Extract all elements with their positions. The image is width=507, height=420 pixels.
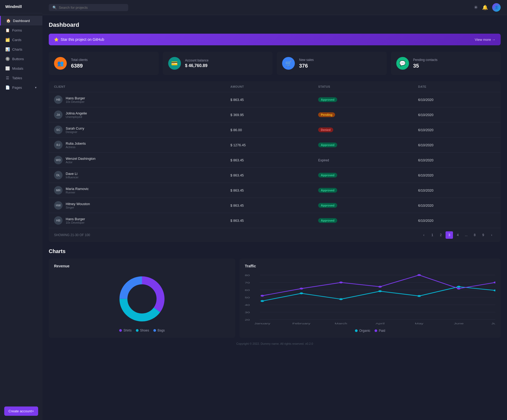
paid-line bbox=[262, 275, 495, 296]
client-info: Wenzel Dashington Actor bbox=[66, 157, 96, 164]
traffic-chart-card: Traffic 80 70 60 bbox=[239, 259, 501, 338]
page-btn-3[interactable]: 3 bbox=[446, 231, 453, 239]
search-input[interactable] bbox=[59, 6, 124, 10]
date-cell: 6/10/2020 bbox=[413, 153, 501, 168]
sidebar-item-charts[interactable]: 📊 Charts bbox=[0, 45, 42, 54]
stat-card-new-sales: 🛒 New sales 376 bbox=[277, 52, 387, 75]
bell-icon[interactable]: 🔔 bbox=[482, 5, 488, 10]
client-cell: SC Sarah Curry Designer bbox=[54, 126, 220, 134]
sidebar-item-tables[interactable]: ☰ Tables bbox=[0, 73, 42, 83]
create-account-label: Create account bbox=[8, 409, 32, 413]
organic-point-3 bbox=[378, 290, 382, 292]
date-cell: 6/10/2020 bbox=[413, 107, 501, 122]
amount-cell: $ 86.00 bbox=[225, 122, 313, 138]
stat-card-account-balance: 💳 Account balance $ 46,760.89 bbox=[163, 52, 273, 75]
sidebar-item-modals[interactable]: ⬜ Modals bbox=[0, 64, 42, 73]
sidebar-label-cards: Cards bbox=[12, 38, 21, 42]
clients-table: CLIENT AMOUNT STATUS DATE HB Hans Burger… bbox=[49, 81, 501, 228]
table-row: DL Dave Li Influencer $ 863.45 Approved … bbox=[49, 168, 501, 183]
search-bar[interactable]: 🔍 bbox=[49, 4, 128, 11]
amount-cell: $ 863.45 bbox=[225, 183, 313, 198]
donut-legend: Shirts Shoes Bags bbox=[119, 329, 165, 332]
client-role: 10x Developer bbox=[66, 221, 85, 224]
svg-text:April: April bbox=[376, 322, 385, 325]
client-info: Maria Ramovic Runner bbox=[66, 187, 89, 194]
revenue-chart-title: Revenue bbox=[54, 264, 230, 268]
banner-action[interactable]: View more → bbox=[475, 38, 495, 42]
star-icon: ⭐ bbox=[54, 37, 59, 42]
stat-card-total-clients: 👥 Total clients 6389 bbox=[49, 52, 159, 75]
amount-cell: $ 1276.45 bbox=[225, 138, 313, 153]
new-sales-value: 376 bbox=[299, 63, 314, 69]
page-btn-1[interactable]: 1 bbox=[429, 231, 436, 239]
traffic-chart-title: Traffic bbox=[245, 264, 495, 268]
donut-chart-container: Shirts Shoes Bags bbox=[54, 272, 230, 332]
header-actions: ✳ 🔔 👤 bbox=[474, 3, 501, 12]
status-badge: Pending bbox=[318, 112, 335, 117]
prev-page-button[interactable]: ‹ bbox=[420, 231, 428, 239]
client-role: Singer bbox=[66, 206, 90, 209]
sidebar-item-cards[interactable]: 🗂️ Cards bbox=[0, 35, 42, 45]
sidebar-item-forms[interactable]: 📋 Forms bbox=[0, 25, 42, 35]
total-clients-icon: 👥 bbox=[54, 57, 67, 70]
paid-label: Paid bbox=[379, 329, 385, 333]
client-name: Hans Burger bbox=[66, 96, 85, 100]
total-clients-value: 6389 bbox=[71, 63, 88, 69]
tables-icon: ☰ bbox=[5, 76, 10, 80]
client-avatar: WD bbox=[54, 156, 63, 164]
charts-title: Charts bbox=[49, 248, 501, 254]
next-page-button[interactable]: › bbox=[488, 231, 495, 239]
date-cell: 6/10/2020 bbox=[413, 122, 501, 138]
client-avatar: DL bbox=[54, 171, 63, 179]
organic-label: Organic bbox=[359, 329, 370, 333]
status-badge: Expired bbox=[318, 158, 329, 162]
client-role: Designer bbox=[66, 130, 84, 134]
pending-contacts-icon: 💬 bbox=[396, 57, 409, 70]
banner-text: Star this project on GitHub bbox=[61, 37, 104, 42]
status-cell: Expired bbox=[313, 153, 413, 168]
client-name: Rulia Joberts bbox=[66, 142, 86, 145]
paid-point-0 bbox=[261, 295, 264, 297]
home-icon: 🏠 bbox=[6, 19, 10, 23]
client-avatar: HW bbox=[54, 201, 63, 210]
buttons-icon: 🔘 bbox=[5, 57, 10, 61]
main-content: 🔍 ✳ 🔔 👤 Dashboard ⭐ Star this project on… bbox=[42, 0, 507, 420]
stat-info-pending-contacts: Pending contacts 35 bbox=[413, 58, 438, 69]
client-role: Runner bbox=[66, 191, 89, 194]
sidebar-label-tables: Tables bbox=[12, 76, 22, 80]
page-btn-2[interactable]: 2 bbox=[437, 231, 444, 239]
date-cell: 6/10/2020 bbox=[413, 213, 501, 228]
page-btn-8[interactable]: 8 bbox=[471, 231, 478, 239]
client-role: Actress bbox=[66, 145, 86, 149]
sidebar-item-pages[interactable]: 📄 Pages ▼ bbox=[0, 83, 42, 92]
page-btn-4[interactable]: 4 bbox=[454, 231, 461, 239]
client-avatar: SC bbox=[54, 126, 63, 134]
svg-text:30: 30 bbox=[245, 311, 250, 314]
client-info: Sarah Curry Designer bbox=[66, 126, 84, 134]
sidebar-label-pages: Pages bbox=[12, 86, 22, 90]
client-cell: RJ Rulia Joberts Actress bbox=[54, 141, 220, 149]
client-cell: JA Jolina Angelie Unemployed bbox=[54, 110, 220, 119]
status-cell: Denied bbox=[313, 122, 413, 138]
avatar[interactable]: 👤 bbox=[492, 3, 501, 12]
amount-cell: $ 863.45 bbox=[225, 198, 313, 213]
table-row: JA Jolina Angelie Unemployed $ 369.95 Pe… bbox=[49, 107, 501, 122]
sun-icon[interactable]: ✳ bbox=[474, 5, 478, 10]
account-balance-label: Account balance bbox=[185, 59, 209, 62]
account-balance-icon: 💳 bbox=[168, 57, 181, 70]
col-amount: AMOUNT bbox=[225, 81, 313, 92]
client-name: Hans Burger bbox=[66, 217, 85, 221]
client-avatar: JA bbox=[54, 110, 63, 119]
create-account-button[interactable]: Create account + bbox=[4, 406, 38, 416]
page-btn-9[interactable]: 9 bbox=[479, 231, 487, 239]
status-cell: Pending bbox=[313, 107, 413, 122]
sidebar-label-modals: Modals bbox=[12, 67, 23, 70]
sidebar-item-dashboard[interactable]: 🏠 Dashboard bbox=[0, 16, 42, 25]
status-badge: Approved bbox=[318, 143, 337, 147]
status-badge: Approved bbox=[318, 203, 337, 208]
svg-text:May: May bbox=[415, 322, 423, 325]
sidebar-item-buttons[interactable]: 🔘 Buttons bbox=[0, 54, 42, 64]
status-badge: Approved bbox=[318, 173, 337, 178]
client-cell: HB Hans Burger 10x Developer bbox=[54, 95, 220, 104]
pagination-info: SHOWING 21-30 OF 100 bbox=[54, 233, 90, 237]
